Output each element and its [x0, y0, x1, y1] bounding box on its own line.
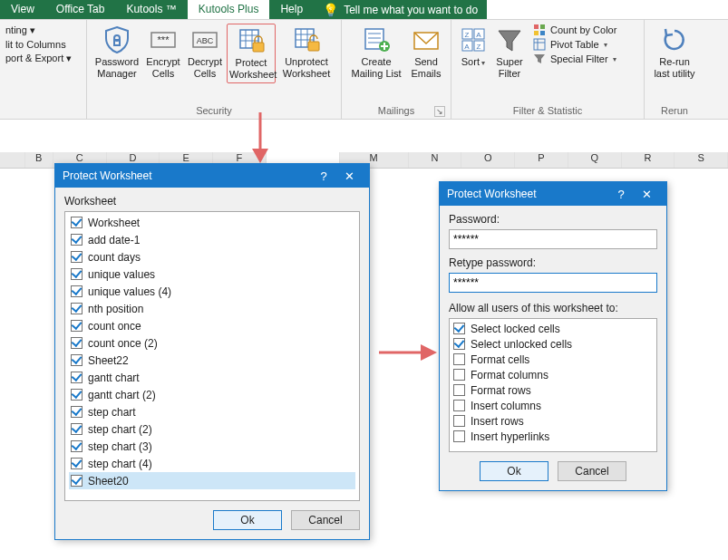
worksheet-row[interactable]: step chart (3): [69, 438, 355, 455]
checkbox-icon[interactable]: [71, 440, 83, 452]
worksheet-row[interactable]: add date-1: [69, 231, 355, 248]
col-Q[interactable]: Q: [568, 152, 622, 168]
worksheet-row[interactable]: unique values: [69, 266, 355, 283]
checkbox-icon[interactable]: [71, 234, 83, 246]
send-emails-button[interactable]: Send Emails: [407, 24, 445, 82]
dialog1-help-icon[interactable]: ?: [311, 169, 336, 183]
checkbox-icon[interactable]: [71, 389, 83, 401]
worksheet-row[interactable]: count once (2): [69, 334, 355, 352]
tell-me-search[interactable]: 💡 Tell me what you want to do: [314, 0, 487, 19]
col-P[interactable]: P: [515, 152, 568, 168]
worksheet-row[interactable]: step chart (2): [69, 420, 355, 438]
svg-rect-35: [540, 31, 545, 35]
col-S[interactable]: S: [675, 152, 728, 168]
create-mailing-list-button[interactable]: Create Mailing List: [347, 24, 405, 82]
worksheet-row[interactable]: count once: [69, 317, 355, 334]
checkbox-icon[interactable]: [453, 353, 465, 365]
decrypt-cells-button[interactable]: ABC Decrypt Cells: [185, 24, 225, 82]
dialog2-titlebar[interactable]: Protect Worksheet ? ✕: [440, 182, 666, 206]
checkbox-icon[interactable]: [71, 354, 83, 366]
checkbox-icon[interactable]: [71, 406, 83, 418]
checkbox-icon[interactable]: [71, 285, 83, 297]
checkbox-icon[interactable]: [71, 251, 83, 263]
col-N[interactable]: N: [409, 152, 462, 168]
pivot-table-button[interactable]: Pivot Table: [533, 38, 638, 51]
checkbox-icon[interactable]: [71, 217, 83, 228]
retype-password-input[interactable]: [449, 273, 657, 293]
permission-row[interactable]: Insert columns: [453, 398, 653, 413]
permissions-listbox[interactable]: Select locked cellsSelect unlocked cells…: [449, 318, 657, 452]
checkbox-icon[interactable]: [71, 423, 83, 435]
checkbox-icon[interactable]: [453, 323, 465, 334]
col-O[interactable]: O: [461, 152, 515, 168]
tab-office-tab[interactable]: Office Tab: [45, 0, 116, 19]
dialog2-close-icon[interactable]: ✕: [634, 188, 659, 201]
tell-me-text: Tell me what you want to do: [344, 4, 478, 16]
sort-button[interactable]: ZAAZ Sort: [457, 24, 490, 71]
group-label-security: Security: [92, 104, 335, 117]
tab-kutools-plus[interactable]: Kutools Plus: [188, 0, 270, 19]
import-export-dropdown[interactable]: port & Export ▾: [5, 52, 77, 65]
checkbox-icon[interactable]: [71, 268, 83, 280]
worksheet-row[interactable]: Sheet22: [69, 352, 355, 369]
checkbox-icon[interactable]: [453, 384, 465, 396]
worksheet-row[interactable]: unique values (4): [69, 283, 355, 300]
permission-row[interactable]: Insert rows: [453, 413, 653, 429]
encrypt-cells-button[interactable]: *** Encrypt Cells: [143, 24, 183, 82]
worksheet-row[interactable]: count days: [69, 248, 355, 266]
permission-row[interactable]: Format columns: [453, 367, 653, 382]
col-R[interactable]: R: [622, 152, 675, 168]
checkbox-icon[interactable]: [453, 338, 465, 350]
checkbox-icon[interactable]: [71, 372, 83, 383]
dialog1-ok-button[interactable]: Ok: [213, 510, 282, 530]
pivot-icon: [533, 38, 546, 51]
permission-row[interactable]: Format cells: [453, 352, 653, 367]
checkbox-icon[interactable]: [71, 303, 83, 314]
worksheet-row[interactable]: gantt chart: [69, 369, 355, 386]
envelope-icon: [412, 25, 441, 54]
checkbox-icon[interactable]: [453, 430, 465, 442]
protect-worksheet-button[interactable]: Protect Worksheet: [227, 24, 276, 83]
col-B[interactable]: B: [25, 152, 53, 168]
dialog2-help-icon[interactable]: ?: [608, 188, 634, 201]
worksheet-row[interactable]: Sheet20: [69, 472, 355, 489]
permission-row-label: Insert columns: [471, 400, 541, 412]
dialog2-ok-button[interactable]: Ok: [480, 461, 548, 481]
worksheet-row[interactable]: step chart: [69, 403, 355, 420]
worksheet-row[interactable]: Worksheet: [69, 214, 355, 231]
worksheet-row[interactable]: step chart (4): [69, 455, 355, 472]
col-corner[interactable]: [0, 152, 25, 168]
split-to-columns[interactable]: lit to Columns: [5, 38, 77, 51]
dialog1-titlebar[interactable]: Protect Worksheet ? ✕: [55, 164, 369, 188]
password-manager-button[interactable]: Password Manager: [92, 24, 141, 82]
dialog2-cancel-button[interactable]: Cancel: [558, 461, 626, 481]
checkbox-icon[interactable]: [71, 458, 83, 469]
checkbox-icon[interactable]: [453, 400, 465, 411]
worksheet-row[interactable]: gantt chart (2): [69, 386, 355, 403]
checkbox-icon[interactable]: [71, 337, 83, 349]
checkbox-icon[interactable]: [71, 320, 83, 332]
dialog1-cancel-button[interactable]: Cancel: [291, 510, 360, 530]
worksheet-row[interactable]: nth position: [69, 300, 355, 317]
permission-row[interactable]: Insert hyperlinks: [453, 429, 653, 444]
rerun-button[interactable]: Re-run last utility: [650, 24, 699, 82]
password-input[interactable]: [449, 229, 657, 249]
tab-view[interactable]: View: [0, 0, 45, 19]
unprotect-worksheet-button[interactable]: Unprotect Worksheet: [277, 24, 335, 82]
super-filter-button[interactable]: Super Filter: [491, 24, 528, 82]
checkbox-icon[interactable]: [71, 475, 83, 487]
dialog1-close-icon[interactable]: ✕: [336, 169, 362, 183]
palette-icon: [533, 24, 546, 36]
mailings-launcher[interactable]: ↘: [434, 106, 445, 117]
tab-kutools[interactable]: Kutools ™: [115, 0, 187, 19]
tab-help[interactable]: Help: [269, 0, 314, 19]
special-filter-button[interactable]: Special Filter: [533, 53, 638, 65]
printing-dropdown[interactable]: nting ▾: [5, 24, 77, 37]
count-by-color-button[interactable]: Count by Color: [533, 24, 638, 36]
permission-row[interactable]: Select unlocked cells: [453, 336, 653, 352]
permission-row[interactable]: Select locked cells: [453, 321, 653, 336]
checkbox-icon[interactable]: [453, 415, 465, 427]
checkbox-icon[interactable]: [453, 369, 465, 381]
permission-row[interactable]: Format rows: [453, 382, 653, 398]
worksheet-listbox[interactable]: Worksheetadd date-1count daysunique valu…: [64, 211, 360, 501]
